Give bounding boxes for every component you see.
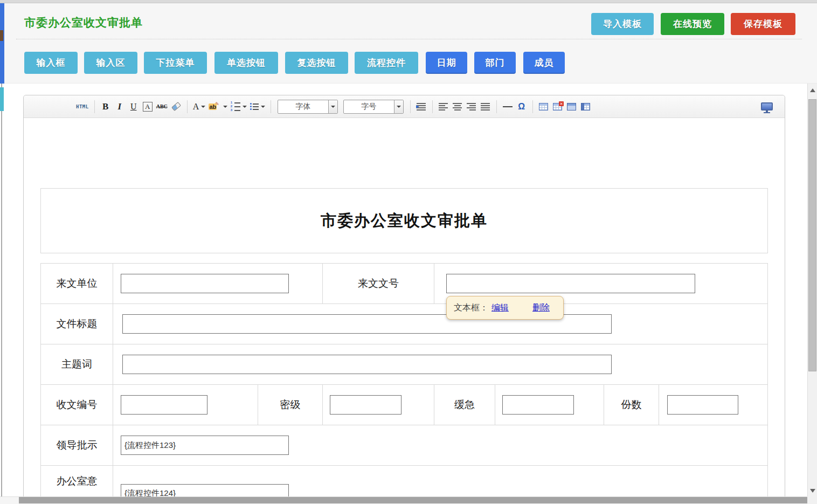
toolbar-separator — [410, 100, 411, 113]
leader-note-input[interactable] — [121, 436, 289, 455]
table-properties-button[interactable] — [565, 99, 578, 114]
indent-icon — [417, 103, 426, 111]
source-code-button[interactable]: HTML — [75, 99, 90, 114]
field-cell-urgency — [495, 385, 604, 425]
remove-format-button[interactable] — [170, 99, 183, 114]
cell-properties-button[interactable] — [579, 99, 592, 114]
form-row-file-title: 文件标题 — [41, 304, 767, 344]
field-cell-subject-words — [113, 344, 767, 384]
field-label-receipt-number: 收文编号 — [41, 385, 113, 425]
field-cell-source-unit — [113, 264, 323, 303]
chevron-down-icon — [201, 106, 205, 108]
online-preview-button[interactable]: 在线预览 — [661, 13, 724, 35]
font-size-select-arrow[interactable] — [394, 100, 403, 113]
font-color-button[interactable]: A — [192, 99, 207, 114]
widget-dropdown-button[interactable]: 下拉菜单 — [144, 52, 207, 74]
widget-radio-button[interactable]: 单选按钮 — [214, 52, 278, 74]
align-right-icon — [467, 103, 476, 111]
widget-checkbox-button[interactable]: 复选按钮 — [285, 52, 348, 74]
left-edge-line — [1, 84, 2, 496]
source-unit-input[interactable] — [121, 274, 289, 293]
form-row-leader-note: 领导批示 — [41, 425, 767, 466]
toolbar-separator — [496, 100, 497, 113]
vertical-scrollbar-thumb[interactable] — [808, 99, 816, 371]
font-family-select[interactable]: 字体 — [278, 100, 338, 114]
doc-number-input[interactable] — [446, 274, 695, 293]
widget-member-button[interactable]: 成员 — [523, 52, 565, 74]
field-label-file-title: 文件标题 — [41, 304, 113, 344]
field-cell-copies — [659, 385, 767, 425]
tooltip-delete-link[interactable]: 删除 — [532, 302, 550, 314]
table-properties-icon — [567, 103, 576, 111]
font-color-a-icon: A — [193, 102, 199, 112]
highlight-color-button[interactable]: ab✎ — [207, 99, 228, 114]
subject-words-input[interactable] — [122, 355, 612, 374]
unordered-list-button[interactable] — [249, 99, 266, 114]
widget-input-area-button[interactable]: 输入区 — [84, 52, 137, 74]
font-size-select[interactable]: 字号 — [343, 100, 404, 114]
background-artifact — [0, 87, 4, 111]
bold-button[interactable]: B — [99, 99, 112, 114]
font-family-select-arrow[interactable] — [328, 100, 337, 113]
horizontal-rule-button[interactable] — [501, 99, 514, 114]
field-cell-leader-note — [113, 425, 767, 465]
chevron-down-icon — [243, 106, 247, 108]
boxed-a-icon: A — [143, 102, 153, 112]
chevron-down-icon — [331, 106, 335, 108]
copies-input[interactable] — [667, 395, 738, 415]
align-right-button[interactable] — [465, 99, 478, 114]
widget-input-box-button[interactable]: 输入框 — [24, 52, 78, 74]
form-row-subject-words: 主题词 — [41, 344, 767, 385]
tooltip-edit-link[interactable]: 编辑 — [491, 302, 509, 314]
toolbar-separator — [532, 100, 533, 113]
font-family-select-value: 字体 — [278, 100, 328, 113]
table-icon — [539, 103, 548, 111]
receipt-number-input[interactable] — [121, 395, 207, 415]
field-label-copies: 份数 — [604, 385, 659, 425]
font-size-select-value: 字号 — [344, 100, 394, 113]
toolbar-separator — [271, 100, 271, 113]
align-center-button[interactable] — [451, 99, 464, 114]
form-table: 来文单位 来文文号 文件标题 主题词 收文编号 密级 缓急 份数 领导批示 — [40, 263, 768, 504]
toolbar-separator — [432, 100, 433, 113]
format-style-button[interactable]: A — [141, 99, 154, 114]
insert-table-button[interactable] — [537, 99, 550, 114]
doc-title-block: 市委办公室收文审批单 — [40, 188, 768, 253]
urgency-input[interactable] — [502, 395, 574, 415]
strikethrough-button[interactable]: ABC — [155, 99, 169, 114]
tooltip-label: 文本框： — [454, 302, 488, 314]
ordered-list-button[interactable]: 1 2 3 — [230, 99, 248, 114]
widget-date-button[interactable]: 日期 — [426, 52, 467, 74]
horizontal-rule-icon — [503, 106, 513, 107]
justify-button[interactable] — [479, 99, 492, 114]
editor-panel: HTML B I U A ABC A ab✎ 1 2 3 字体 — [23, 95, 785, 504]
table-delete-icon — [553, 103, 562, 111]
unordered-list-icon — [250, 103, 259, 110]
italic-button[interactable]: I — [113, 99, 126, 114]
form-row-source-unit: 来文单位 来文文号 — [41, 264, 767, 304]
field-label-doc-number: 来文文号 — [323, 264, 434, 303]
form-row-receipt-info: 收文编号 密级 缓急 份数 — [41, 385, 767, 425]
save-template-button[interactable]: 保存模板 — [731, 13, 795, 35]
widget-flow-control-button[interactable]: 流程控件 — [355, 52, 418, 74]
align-left-icon — [439, 103, 448, 111]
import-template-button[interactable]: 导入模板 — [591, 13, 654, 35]
underline-button[interactable]: U — [127, 99, 140, 114]
delete-table-button[interactable] — [551, 99, 564, 114]
scrollbar-up-icon[interactable] — [810, 88, 815, 92]
scrollbar-down-icon[interactable] — [810, 489, 815, 493]
secrecy-input[interactable] — [330, 395, 401, 415]
eraser-icon — [171, 102, 181, 111]
widget-department-button[interactable]: 部门 — [474, 52, 516, 74]
align-center-icon — [453, 103, 462, 111]
align-left-button[interactable] — [437, 99, 450, 114]
field-label-urgency: 缓急 — [434, 385, 495, 425]
field-label-secrecy: 密级 — [258, 385, 323, 425]
indent-button[interactable] — [415, 99, 428, 114]
cell-properties-icon — [581, 103, 590, 111]
fullscreen-button[interactable] — [761, 102, 773, 111]
scrollbar-corner — [807, 496, 817, 504]
header-divider — [16, 39, 802, 39]
horizontal-scrollbar-thumb[interactable] — [19, 497, 807, 503]
special-char-button[interactable]: Ω — [515, 99, 528, 114]
